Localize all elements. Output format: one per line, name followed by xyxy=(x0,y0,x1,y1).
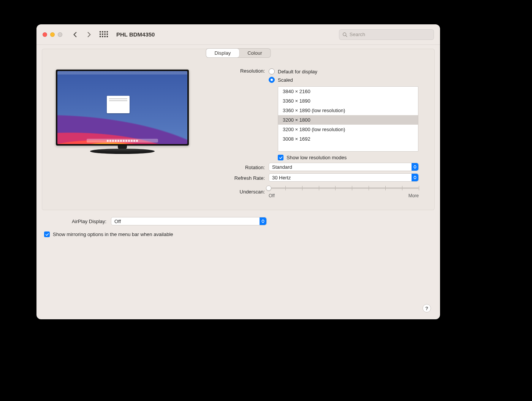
svg-rect-4 xyxy=(100,33,101,35)
radio-off-icon xyxy=(269,68,275,74)
resolution-option[interactable]: 3360 × 1890 xyxy=(278,96,418,106)
stepper-icon xyxy=(412,174,418,181)
svg-rect-7 xyxy=(107,33,108,35)
settings-form: Resolution: Default for display Scaled xyxy=(204,67,424,201)
grid-icon xyxy=(100,31,108,38)
svg-rect-10 xyxy=(104,36,105,37)
search-input[interactable] xyxy=(350,32,431,37)
zoom-window-button xyxy=(58,32,62,37)
underscan-label: Underscan: xyxy=(204,188,269,195)
rotation-value: Standard xyxy=(272,164,292,170)
stepper-icon xyxy=(412,163,418,171)
svg-rect-8 xyxy=(100,36,101,37)
forward-button xyxy=(84,29,94,40)
window-controls xyxy=(43,32,62,37)
preferences-window: PHL BDM4350 Display Colour xyxy=(36,24,440,319)
stepper-icon xyxy=(260,217,266,225)
window-title: PHL BDM4350 xyxy=(116,31,155,38)
resolution-list[interactable]: 3840 × 2160 3360 × 1890 3360 × 1890 (low… xyxy=(278,86,418,152)
svg-rect-6 xyxy=(104,33,105,35)
airplay-select[interactable]: Off xyxy=(111,217,267,225)
checkbox-on-icon xyxy=(44,231,50,237)
all-prefs-button[interactable] xyxy=(100,31,108,38)
svg-rect-11 xyxy=(107,36,108,37)
resolution-scaled-radio[interactable]: Scaled xyxy=(269,76,424,84)
svg-rect-0 xyxy=(100,31,101,32)
chevron-left-icon xyxy=(73,32,78,37)
help-button[interactable]: ? xyxy=(423,304,431,312)
show-low-res-checkbox[interactable]: Show low resolution modes xyxy=(278,155,424,160)
monitor-preview xyxy=(52,67,193,201)
help-icon: ? xyxy=(425,306,428,311)
show-low-res-label: Show low resolution modes xyxy=(287,155,347,160)
monitor-screen-icon xyxy=(56,70,189,146)
titlebar: PHL BDM4350 xyxy=(36,24,440,45)
search-icon xyxy=(342,32,347,37)
display-panel: Display Colour xyxy=(42,49,435,210)
underscan-slider[interactable] xyxy=(269,184,419,192)
svg-rect-9 xyxy=(102,36,103,37)
rotation-select[interactable]: Standard xyxy=(269,163,419,171)
chevron-right-icon xyxy=(86,32,92,37)
search-field[interactable] xyxy=(339,29,434,40)
checkbox-on-icon xyxy=(278,155,283,160)
content-area: Display Colour xyxy=(36,45,440,319)
tab-colour[interactable]: Colour xyxy=(239,49,270,57)
underscan-max-label: More xyxy=(408,193,419,198)
svg-rect-1 xyxy=(102,31,103,32)
resolution-option[interactable]: 3008 × 1692 xyxy=(278,134,418,144)
airplay-label: AirPlay Display: xyxy=(44,219,111,224)
underscan-min-label: Off xyxy=(269,193,275,198)
tab-display[interactable]: Display xyxy=(206,49,239,57)
resolution-option[interactable]: 3840 × 2160 xyxy=(278,87,418,96)
minimize-window-button[interactable] xyxy=(50,32,55,37)
tab-segmented-control: Display Colour xyxy=(206,48,271,58)
resolution-scaled-label: Scaled xyxy=(278,77,293,83)
back-button[interactable] xyxy=(70,29,81,40)
resolution-option[interactable]: 3360 × 1890 (low resolution) xyxy=(278,106,418,115)
resolution-label: Resolution: xyxy=(204,67,269,74)
svg-rect-3 xyxy=(107,31,108,32)
refresh-rate-value: 30 Hertz xyxy=(272,175,291,181)
slider-knob-icon[interactable] xyxy=(266,185,271,191)
resolution-option-selected[interactable]: 3200 × 1800 xyxy=(278,115,418,125)
refresh-rate-select[interactable]: 30 Hertz xyxy=(269,173,419,182)
svg-rect-5 xyxy=(102,33,103,35)
close-window-button[interactable] xyxy=(43,32,47,37)
resolution-default-radio[interactable]: Default for display xyxy=(269,67,424,76)
svg-rect-2 xyxy=(104,31,105,32)
resolution-default-label: Default for display xyxy=(278,69,317,74)
mirroring-checkbox[interactable]: Show mirroring options in the menu bar w… xyxy=(44,231,432,237)
airplay-value: Off xyxy=(114,219,121,224)
svg-line-13 xyxy=(346,35,347,36)
resolution-option[interactable]: 3200 × 1800 (low resolution) xyxy=(278,125,418,134)
footer-area: AirPlay Display: Off Show mirroring opti… xyxy=(42,210,435,237)
mirroring-label: Show mirroring options in the menu bar w… xyxy=(53,231,173,237)
refresh-rate-label: Refresh Rate: xyxy=(204,174,269,181)
radio-on-icon xyxy=(269,77,275,83)
rotation-label: Rotation: xyxy=(204,164,269,170)
